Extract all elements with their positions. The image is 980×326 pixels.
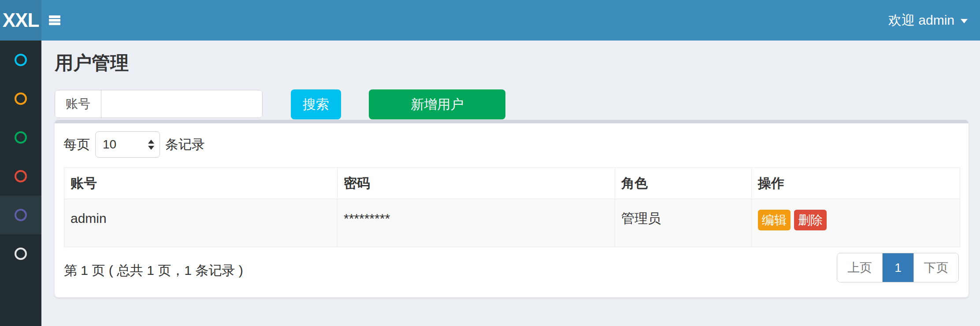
sidebar-item-1[interactable] [0, 41, 41, 79]
sidebar-item-3[interactable] [0, 118, 41, 157]
next-page-button[interactable]: 下页 [913, 253, 958, 282]
pagination-info: 第 1 页 ( 总共 1 页，1 条记录 ) [64, 262, 243, 280]
table-row: admin ********* 管理员 编辑 删除 [64, 199, 960, 247]
chevron-down-icon [961, 19, 968, 23]
circle-outline-icon [15, 170, 27, 182]
user-dropdown[interactable]: 欢迎 admin [888, 0, 968, 41]
current-page-button[interactable]: 1 [883, 253, 913, 282]
pagination-controls: 上页 1 下页 [837, 253, 959, 282]
page-size-prefix: 每页 [63, 136, 90, 154]
app-window: XXL 欢迎 admin 用户管理 [0, 0, 980, 326]
hamburger-icon [49, 15, 60, 18]
sidebar-nav [0, 41, 41, 326]
page-size-value: 10 [103, 137, 116, 152]
top-navbar: XXL 欢迎 admin [0, 0, 980, 41]
col-header-password: 密码 [338, 168, 615, 199]
col-header-actions: 操作 [752, 168, 960, 199]
col-header-account: 账号 [64, 168, 338, 199]
table-header-row: 账号 密码 角色 操作 [64, 168, 960, 199]
panel-top-border [55, 120, 969, 123]
welcome-text: 欢迎 admin [888, 11, 954, 30]
page-title: 用户管理 [55, 53, 129, 73]
edit-button[interactable]: 编辑 [758, 210, 791, 230]
cell-actions: 编辑 删除 [752, 199, 960, 247]
prev-page-button[interactable]: 上页 [837, 253, 883, 282]
cell-account: admin [64, 199, 338, 247]
sidebar-item-6[interactable] [0, 234, 41, 273]
account-search-group: 账号 [55, 90, 263, 118]
content-panel: 每页 10 条记录 账号 密码 角色 操作 [55, 120, 969, 297]
col-header-role: 角色 [615, 168, 752, 199]
page-size-select[interactable]: 10 [95, 131, 160, 158]
account-label: 账号 [55, 90, 101, 118]
cell-role: 管理员 [615, 199, 752, 247]
menu-toggle-button[interactable] [41, 0, 68, 41]
page-size-suffix: 条记录 [165, 136, 205, 154]
add-user-button[interactable]: 新增用户 [369, 89, 505, 119]
users-table: 账号 密码 角色 操作 admin ********* 管理员 编辑 删除 [64, 167, 960, 247]
sidebar-item-4[interactable] [0, 157, 41, 196]
search-button[interactable]: 搜索 [291, 89, 341, 119]
hamburger-icon [49, 19, 60, 22]
account-search-input[interactable] [101, 90, 263, 118]
hamburger-icon [49, 22, 60, 25]
sidebar-item-2[interactable] [0, 79, 41, 118]
circle-outline-icon [15, 131, 27, 144]
circle-outline-icon [15, 209, 27, 221]
cell-password: ********* [338, 199, 615, 247]
delete-button[interactable]: 删除 [794, 210, 827, 230]
circle-outline-icon [15, 93, 27, 105]
circle-outline-icon [15, 248, 27, 260]
circle-outline-icon [15, 54, 27, 66]
page-size-control: 每页 10 条记录 [63, 131, 205, 158]
app-logo[interactable]: XXL [0, 0, 41, 41]
sidebar-item-5-active[interactable] [0, 196, 41, 234]
select-arrows-icon [148, 140, 154, 150]
